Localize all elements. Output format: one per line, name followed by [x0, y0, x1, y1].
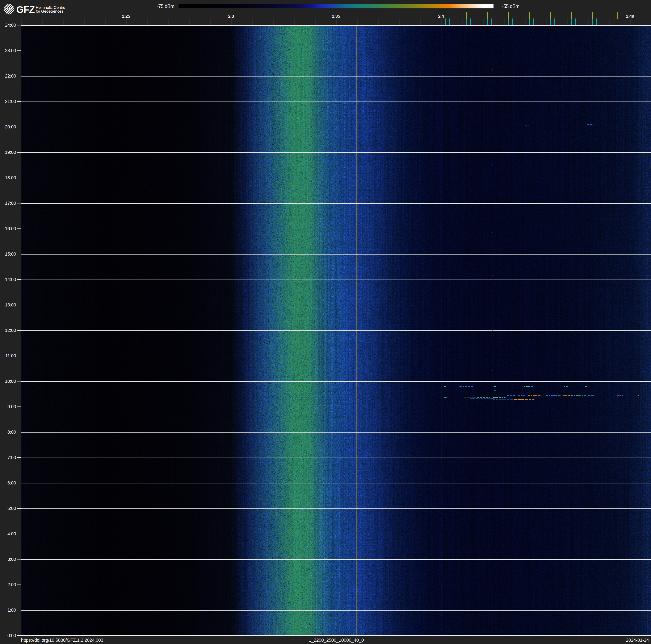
svg-text:GFZ: GFZ	[17, 4, 35, 15]
svg-text:for Geosciences: for Geosciences	[36, 9, 63, 13]
